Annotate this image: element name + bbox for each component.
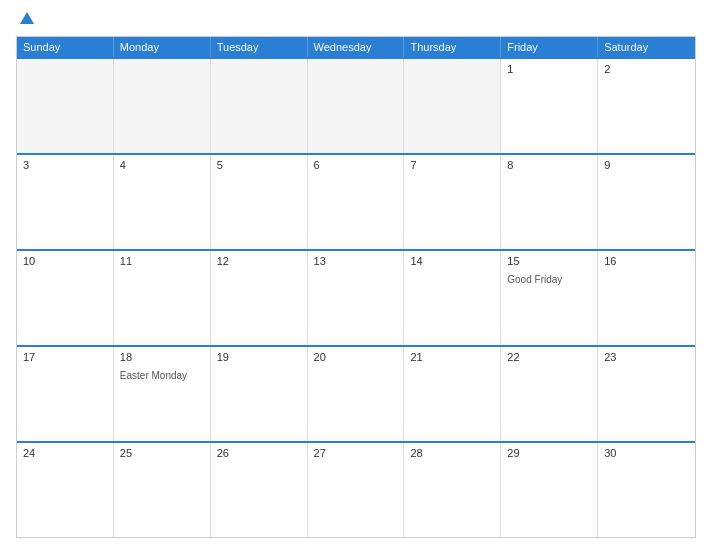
calendar-cell: 1 bbox=[501, 59, 598, 153]
logo-triangle-icon bbox=[20, 12, 34, 24]
cell-date: 24 bbox=[23, 447, 107, 459]
calendar-cell: 24 bbox=[17, 443, 114, 537]
cell-date: 28 bbox=[410, 447, 494, 459]
cell-date: 16 bbox=[604, 255, 689, 267]
calendar-cell: 9 bbox=[598, 155, 695, 249]
cell-date: 29 bbox=[507, 447, 591, 459]
page-header bbox=[16, 12, 696, 26]
cell-event: Good Friday bbox=[507, 274, 562, 285]
calendar-cell: 28 bbox=[404, 443, 501, 537]
calendar-cell: 7 bbox=[404, 155, 501, 249]
cell-date: 3 bbox=[23, 159, 107, 171]
calendar-cell: 25 bbox=[114, 443, 211, 537]
calendar-cell: 14 bbox=[404, 251, 501, 345]
calendar-cell: 4 bbox=[114, 155, 211, 249]
cell-date: 5 bbox=[217, 159, 301, 171]
week-row-5: 24252627282930 bbox=[17, 441, 695, 537]
calendar-cell: 23 bbox=[598, 347, 695, 441]
cell-date: 6 bbox=[314, 159, 398, 171]
calendar-cell bbox=[211, 59, 308, 153]
day-header-monday: Monday bbox=[114, 37, 211, 57]
cell-date: 9 bbox=[604, 159, 689, 171]
cell-date: 30 bbox=[604, 447, 689, 459]
calendar-cell bbox=[17, 59, 114, 153]
calendar-cell: 20 bbox=[308, 347, 405, 441]
day-header-wednesday: Wednesday bbox=[308, 37, 405, 57]
calendar-grid: SundayMondayTuesdayWednesdayThursdayFrid… bbox=[16, 36, 696, 538]
cell-date: 7 bbox=[410, 159, 494, 171]
day-header-thursday: Thursday bbox=[404, 37, 501, 57]
day-header-tuesday: Tuesday bbox=[211, 37, 308, 57]
calendar-cell: 16 bbox=[598, 251, 695, 345]
calendar-cell: 2 bbox=[598, 59, 695, 153]
weeks-container: 123456789101112131415Good Friday161718Ea… bbox=[17, 57, 695, 537]
cell-date: 22 bbox=[507, 351, 591, 363]
cell-date: 18 bbox=[120, 351, 204, 363]
cell-date: 25 bbox=[120, 447, 204, 459]
calendar-cell: 27 bbox=[308, 443, 405, 537]
calendar-cell: 5 bbox=[211, 155, 308, 249]
cell-date: 13 bbox=[314, 255, 398, 267]
week-row-4: 1718Easter Monday1920212223 bbox=[17, 345, 695, 441]
days-header-row: SundayMondayTuesdayWednesdayThursdayFrid… bbox=[17, 37, 695, 57]
cell-date: 26 bbox=[217, 447, 301, 459]
cell-date: 15 bbox=[507, 255, 591, 267]
cell-date: 4 bbox=[120, 159, 204, 171]
cell-date: 23 bbox=[604, 351, 689, 363]
cell-date: 2 bbox=[604, 63, 689, 75]
week-row-3: 101112131415Good Friday16 bbox=[17, 249, 695, 345]
calendar-cell: 15Good Friday bbox=[501, 251, 598, 345]
week-row-2: 3456789 bbox=[17, 153, 695, 249]
calendar-cell: 29 bbox=[501, 443, 598, 537]
day-header-sunday: Sunday bbox=[17, 37, 114, 57]
calendar-cell: 17 bbox=[17, 347, 114, 441]
cell-date: 21 bbox=[410, 351, 494, 363]
week-row-1: 12 bbox=[17, 57, 695, 153]
calendar-cell: 19 bbox=[211, 347, 308, 441]
calendar-cell: 3 bbox=[17, 155, 114, 249]
cell-date: 8 bbox=[507, 159, 591, 171]
logo bbox=[16, 12, 34, 26]
calendar-cell: 11 bbox=[114, 251, 211, 345]
calendar-cell: 10 bbox=[17, 251, 114, 345]
calendar-cell: 21 bbox=[404, 347, 501, 441]
calendar-cell: 12 bbox=[211, 251, 308, 345]
calendar-cell: 30 bbox=[598, 443, 695, 537]
day-header-saturday: Saturday bbox=[598, 37, 695, 57]
calendar-cell: 13 bbox=[308, 251, 405, 345]
calendar-cell bbox=[114, 59, 211, 153]
cell-event: Easter Monday bbox=[120, 370, 187, 381]
calendar-cell: 18Easter Monday bbox=[114, 347, 211, 441]
day-header-friday: Friday bbox=[501, 37, 598, 57]
calendar-cell: 8 bbox=[501, 155, 598, 249]
cell-date: 11 bbox=[120, 255, 204, 267]
cell-date: 1 bbox=[507, 63, 591, 75]
cell-date: 27 bbox=[314, 447, 398, 459]
calendar-cell: 6 bbox=[308, 155, 405, 249]
cell-date: 10 bbox=[23, 255, 107, 267]
calendar-cell: 26 bbox=[211, 443, 308, 537]
calendar-page: SundayMondayTuesdayWednesdayThursdayFrid… bbox=[0, 0, 712, 550]
cell-date: 20 bbox=[314, 351, 398, 363]
cell-date: 12 bbox=[217, 255, 301, 267]
calendar-cell bbox=[404, 59, 501, 153]
cell-date: 17 bbox=[23, 351, 107, 363]
calendar-cell bbox=[308, 59, 405, 153]
cell-date: 19 bbox=[217, 351, 301, 363]
calendar-cell: 22 bbox=[501, 347, 598, 441]
cell-date: 14 bbox=[410, 255, 494, 267]
